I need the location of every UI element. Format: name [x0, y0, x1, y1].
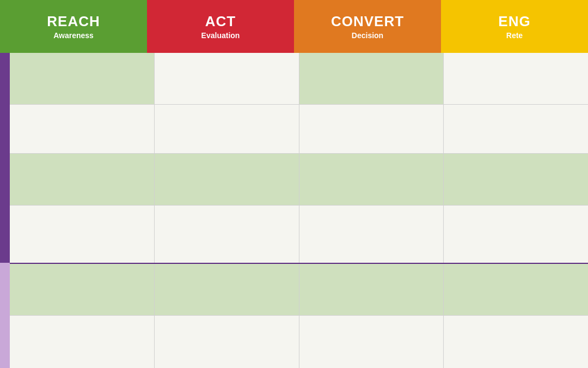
engage-title: ENG — [498, 13, 530, 30]
bottom-section — [10, 264, 588, 368]
convert-subtitle: Decision — [352, 31, 383, 40]
grid-cell-4-2 — [155, 206, 299, 263]
reach-title: REACH — [47, 13, 100, 30]
grid-row-2 — [10, 105, 588, 154]
grid-cell-4-4 — [444, 206, 588, 263]
engage-subtitle: Rete — [506, 31, 523, 40]
act-subtitle: Evaluation — [201, 31, 240, 40]
header-convert: CONVERT Decision — [294, 0, 441, 53]
grid-cell-2-1 — [10, 105, 155, 154]
grid-cell-4-1 — [10, 206, 155, 263]
grid-cell-5-4 — [444, 264, 588, 316]
header-engage: ENG Rete — [441, 0, 588, 53]
grid-area — [10, 53, 588, 368]
grid-cell-1-3 — [299, 53, 444, 105]
grid-cell-2-3 — [299, 105, 444, 154]
grid-cell-1-4 — [444, 53, 588, 105]
header-act: ACT Evaluation — [147, 0, 294, 53]
sidebar — [0, 53, 10, 368]
reach-subtitle: Awareness — [53, 31, 94, 40]
grid-cell-2-2 — [155, 105, 299, 154]
grid-row-3 — [10, 154, 588, 206]
grid-cell-3-1 — [10, 154, 155, 206]
grid-cell-6-2 — [155, 316, 299, 368]
act-title: ACT — [205, 13, 236, 30]
grid-row-5 — [10, 264, 588, 316]
grid-cell-6-1 — [10, 316, 155, 368]
grid-cell-5-2 — [155, 264, 299, 316]
grid-row-6 — [10, 316, 588, 368]
content-area — [0, 53, 588, 368]
grid-row-4 — [10, 206, 588, 263]
grid-cell-6-4 — [444, 316, 588, 368]
grid-row-1 — [10, 53, 588, 105]
grid-cell-5-3 — [299, 264, 444, 316]
grid-cell-3-2 — [155, 154, 299, 206]
convert-title: CONVERT — [331, 13, 404, 30]
sidebar-bottom — [0, 263, 10, 368]
grid-cell-2-4 — [444, 105, 588, 154]
grid-cell-3-4 — [444, 154, 588, 206]
top-section — [10, 53, 588, 264]
grid-cell-6-3 — [299, 316, 444, 368]
header-reach: REACH Awareness — [0, 0, 147, 53]
page-wrapper: REACH Awareness ACT Evaluation CONVERT D… — [0, 0, 588, 368]
sidebar-top — [0, 53, 10, 263]
header-row: REACH Awareness ACT Evaluation CONVERT D… — [0, 0, 588, 53]
grid-cell-3-3 — [299, 154, 444, 206]
grid-cell-1-1 — [10, 53, 155, 105]
grid-cell-4-3 — [299, 206, 444, 263]
grid-cell-5-1 — [10, 264, 155, 316]
grid-cell-1-2 — [155, 53, 299, 105]
